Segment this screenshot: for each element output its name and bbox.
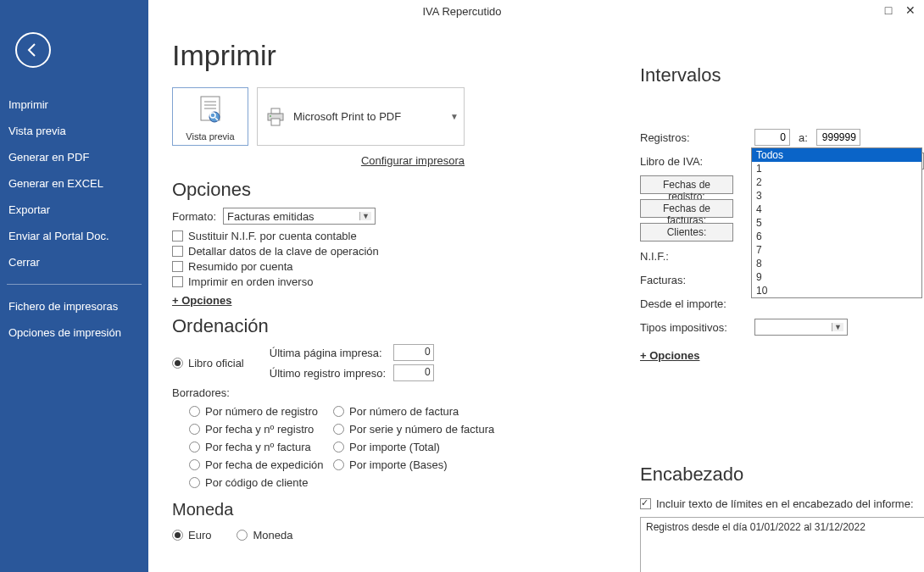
chk-sustituir[interactable] — [172, 230, 183, 242]
btn-clientes[interactable]: Clientes: — [640, 223, 733, 242]
chk-detallar-label: Detallar datos de la clave de operación — [188, 245, 379, 258]
registros-to-input[interactable] — [816, 129, 860, 146]
libro-iva-dropdown[interactable]: Todos 1 2 3 4 5 6 7 8 9 10 — [751, 147, 922, 298]
rdo-borr-importe-total-label: Por importe (Total) — [349, 441, 440, 453]
rdo-euro[interactable] — [172, 530, 183, 541]
config-printer-link[interactable]: Configurar impresora — [172, 154, 465, 167]
chk-resumido[interactable] — [172, 261, 183, 272]
rdo-borr-fecha-registro[interactable] — [189, 424, 200, 435]
rdo-moneda-label: Moneda — [253, 529, 292, 541]
sidebar-item-opciones-impresion[interactable]: Opciones de impresión — [0, 319, 148, 346]
close-icon[interactable]: ✕ — [902, 2, 919, 19]
rdo-borr-fecha-factura[interactable] — [189, 441, 200, 453]
svg-rect-8 — [271, 108, 280, 114]
preview-label: Vista previa — [181, 131, 239, 142]
printer-name: Microsoft Print to PDF — [293, 110, 401, 123]
chk-resumido-label: Resumido por cuenta — [188, 260, 293, 273]
chk-orden-inverso-label: Imprimir en orden inverso — [188, 275, 313, 288]
sidebar-item-imprimir[interactable]: Imprimir — [0, 92, 148, 118]
intervalos-heading: Intervalos — [640, 64, 924, 86]
registros-from-input[interactable] — [754, 129, 790, 146]
chevron-down-icon: ▼ — [359, 212, 371, 220]
ult-registro-input[interactable]: 0 — [393, 364, 434, 381]
rdo-borr-codigo-cliente[interactable] — [189, 477, 200, 488]
encabezado-textarea[interactable]: Registros desde el día 01/01/2022 al 31/… — [640, 517, 924, 572]
maximize-icon[interactable]: □ — [880, 2, 897, 19]
chk-orden-inverso[interactable] — [172, 276, 183, 287]
ult-pagina-label: Última página impresa: — [270, 347, 388, 359]
dd-option-8[interactable]: 8 — [752, 257, 921, 270]
nif-label: N.I.F.: — [640, 250, 754, 263]
chk-incluir-texto[interactable] — [640, 498, 651, 509]
sidebar-item-fichero-impresoras[interactable]: Fichero de impresoras — [0, 293, 148, 319]
registros-label: Registros: — [640, 131, 754, 144]
chk-sustituir-label: Sustituir N.I.F. por cuenta contable — [188, 230, 357, 242]
back-button[interactable] — [15, 32, 51, 68]
rdo-borr-num-factura-label: Por número de factura — [349, 405, 459, 418]
rdo-borr-fecha-expedicion-label: Por fecha de expedición — [205, 458, 323, 471]
libro-iva-label: Libro de IVA: — [640, 155, 754, 168]
rdo-borr-fecha-registro-label: Por fecha y nº registro — [205, 423, 314, 436]
dd-option-5[interactable]: 5 — [752, 216, 921, 230]
rdo-euro-label: Euro — [188, 529, 211, 541]
sidebar-item-enviar-portal[interactable]: Enviar al Portal Doc. — [0, 223, 148, 249]
sidebar-item-exportar[interactable]: Exportar — [0, 197, 148, 223]
chk-detallar[interactable] — [172, 246, 183, 257]
rdo-borr-serie-factura[interactable] — [333, 424, 344, 435]
preview-button[interactable]: Vista previa — [172, 87, 248, 146]
rdo-moneda[interactable] — [237, 530, 248, 541]
rdo-borr-codigo-cliente-label: Por código de cliente — [205, 476, 308, 489]
sidebar-divider — [7, 284, 142, 285]
sidebar-item-generar-excel[interactable]: Generar en EXCEL — [0, 170, 148, 197]
ult-pagina-input[interactable]: 0 — [393, 344, 434, 361]
sidebar-item-cerrar[interactable]: Cerrar — [0, 249, 148, 275]
intervalos-more-link[interactable]: + Opciones — [640, 349, 699, 362]
formato-label: Formato: — [172, 210, 216, 223]
dd-option-3[interactable]: 3 — [752, 189, 921, 203]
chk-incluir-texto-label: Incluir texto de límites en el encabezad… — [656, 497, 914, 510]
tipos-select[interactable]: ▼ — [754, 319, 848, 336]
preview-icon — [196, 95, 225, 129]
svg-rect-9 — [271, 119, 280, 125]
dd-option-1[interactable]: 1 — [752, 162, 921, 175]
sidebar-item-vista-previa[interactable]: Vista previa — [0, 118, 148, 144]
tipos-label: Tipos impositivos: — [640, 321, 754, 334]
formato-value: Facturas emitidas — [227, 210, 314, 223]
importe-label: Desde el importe: — [640, 297, 754, 310]
opciones-more-link[interactable]: + Opciones — [172, 294, 231, 307]
chevron-down-icon: ▼ — [832, 323, 843, 331]
dd-option-7[interactable]: 7 — [752, 243, 921, 257]
dd-option-todos[interactable]: Todos — [752, 148, 921, 162]
rdo-borr-serie-factura-label: Por serie y número de factura — [349, 423, 494, 436]
rdo-libro-oficial[interactable] — [172, 358, 183, 369]
btn-fechas-facturas[interactable]: Fechas de facturas: — [640, 199, 733, 218]
rdo-libro-oficial-label: Libro oficial — [188, 357, 244, 369]
printer-icon — [264, 107, 287, 127]
a-label: a: — [799, 131, 808, 144]
printer-select[interactable]: Microsoft Print to PDF ▼ — [257, 87, 465, 146]
rdo-borr-fecha-expedicion[interactable] — [189, 459, 200, 470]
rdo-borr-fecha-factura-label: Por fecha y nº factura — [205, 441, 311, 453]
dd-option-9[interactable]: 9 — [752, 270, 921, 284]
window-title: IVA Repercutido — [423, 5, 502, 18]
dd-option-4[interactable]: 4 — [752, 203, 921, 216]
rdo-borr-num-factura[interactable] — [333, 406, 344, 417]
dd-option-10[interactable]: 10 — [752, 284, 921, 297]
sidebar-item-generar-pdf[interactable]: Generar en PDF — [0, 144, 148, 170]
btn-fechas-registro[interactable]: Fechas de registro: — [640, 175, 733, 194]
rdo-borr-importe-bases[interactable] — [333, 459, 344, 470]
rdo-borr-importe-bases-label: Por importe (Bases) — [349, 458, 448, 471]
facturas-label: Facturas: — [640, 274, 754, 286]
ult-registro-label: Último registro impreso: — [270, 367, 388, 380]
dd-option-2[interactable]: 2 — [752, 175, 921, 189]
rdo-borr-num-registro-label: Por número de registro — [205, 405, 318, 418]
formato-select[interactable]: Facturas emitidas ▼ — [223, 208, 376, 225]
encabezado-heading: Encabezado — [640, 464, 924, 486]
dd-option-6[interactable]: 6 — [752, 230, 921, 243]
chevron-down-icon: ▼ — [450, 112, 459, 121]
rdo-borr-num-registro[interactable] — [189, 406, 200, 417]
svg-point-10 — [270, 115, 271, 117]
rdo-borr-importe-total[interactable] — [333, 441, 344, 453]
